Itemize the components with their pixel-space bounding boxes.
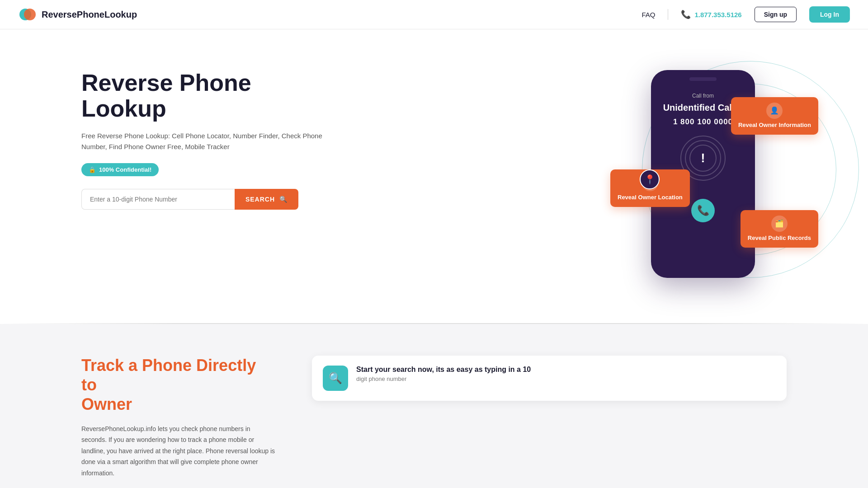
reveal-public-records-card: 🗂️ Reveal Public Records xyxy=(741,210,818,248)
lower-right: 🔍 Start your search now, its as easy as … xyxy=(312,356,787,401)
search-input[interactable] xyxy=(81,189,235,210)
call-from-label: Call from xyxy=(692,93,714,99)
signup-button[interactable]: Sign up xyxy=(755,7,797,22)
shield-icon: 🔒 xyxy=(89,166,96,173)
search-row: SEARCH 🔍 xyxy=(81,189,298,210)
search-button[interactable]: SEARCH 🔍 xyxy=(235,189,298,210)
lower-body-1: ReversePhoneLookup.info lets you check p… xyxy=(81,423,276,479)
lower-title: Track a Phone Directly to Owner xyxy=(81,356,276,414)
info-card-text: Start your search now, its as easy as ty… xyxy=(356,366,531,382)
alert-icon: ! xyxy=(689,145,717,172)
hero-title: Reverse Phone Lookup xyxy=(81,70,335,122)
reveal-owner-info-card: 👤 Reveal Owner Information xyxy=(731,97,818,135)
lower-section: Track a Phone Directly to Owner ReverseP… xyxy=(0,324,868,488)
logo-text: ReversePhoneLookup xyxy=(42,9,137,20)
info-card-subtitle: digit phone number xyxy=(356,375,531,382)
caller-number: 1 800 100 0000 xyxy=(673,117,733,127)
location-pin: 📍 xyxy=(640,169,660,189)
records-icon: 🗂️ xyxy=(771,216,788,232)
info-card-title: Start your search now, its as easy as ty… xyxy=(356,366,531,374)
login-button[interactable]: Log In xyxy=(809,6,850,23)
reveal-owner-info-label: Reveal Owner Information xyxy=(738,122,811,128)
hero-left: Reverse Phone Lookup Free Reverse Phone … xyxy=(81,61,335,210)
svg-point-2 xyxy=(24,9,36,20)
header-divider xyxy=(668,9,668,20)
info-card: 🔍 Start your search now, its as easy as … xyxy=(312,356,787,401)
faq-link[interactable]: FAQ xyxy=(642,11,655,19)
lower-title-main: Track a Phone Directly to xyxy=(81,356,256,394)
logo[interactable]: ReversePhoneLookup xyxy=(18,5,137,24)
search-card-icon: 🔍 xyxy=(323,366,348,391)
phone-illustration: Call from Unidentified Caller 1 800 100 … xyxy=(597,61,823,296)
reveal-public-records-label: Reveal Public Records xyxy=(748,235,811,241)
phone-notch xyxy=(689,77,717,81)
exclaim-mark: ! xyxy=(701,151,705,165)
phone-icon: 📞 xyxy=(681,9,691,19)
person-icon: 👤 xyxy=(766,103,783,119)
reveal-owner-location-label: Reveal Owner Location xyxy=(618,194,683,201)
search-icon: 🔍 xyxy=(279,196,288,203)
phone-area: 📞 1.877.353.5126 xyxy=(681,9,741,19)
badge-text: 100% Confidential! xyxy=(99,166,151,173)
phone-number[interactable]: 1.877.353.5126 xyxy=(694,11,741,19)
lower-body-2: Our system will gather details of billio… xyxy=(81,486,276,488)
lower-left: Track a Phone Directly to Owner ReverseP… xyxy=(81,356,276,488)
confidential-badge: 🔒 100% Confidential! xyxy=(81,163,159,176)
hero-section: Reverse Phone Lookup Free Reverse Phone … xyxy=(0,29,868,323)
search-button-label: SEARCH xyxy=(245,196,275,203)
phone-call-btn: 📞 xyxy=(691,199,715,222)
lower-title-accent: Owner xyxy=(81,395,132,413)
hero-subtitle: Free Reverse Phone Lookup: Cell Phone Lo… xyxy=(81,131,335,152)
logo-icon xyxy=(18,5,37,24)
